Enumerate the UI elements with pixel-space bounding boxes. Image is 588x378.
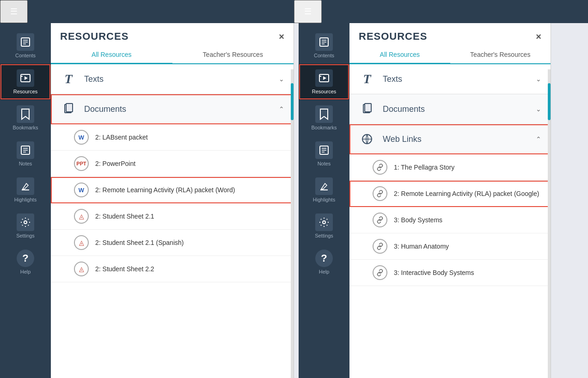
tab-all-resources-left[interactable]: All Resources <box>51 46 172 64</box>
panel-separator <box>294 23 299 378</box>
sidebar-item-bookmarks-left[interactable]: Bookmarks <box>0 100 51 136</box>
scrollbar-track-right <box>548 69 551 378</box>
sidebar-item-highlights-left[interactable]: Highlights <box>0 172 51 208</box>
documents-section-right[interactable]: Documents ⌄ <box>349 94 551 124</box>
pdf-icon-student21-spanish: ◬ <box>74 235 89 250</box>
weblinks-icon-right <box>359 131 375 147</box>
scrollbar-thumb-right <box>548 83 551 120</box>
left-panel-close[interactable]: × <box>279 31 284 42</box>
sidebar-item-notes-left[interactable]: Notes <box>0 136 51 172</box>
sidebar-item-resources-right[interactable]: Resources <box>299 64 349 100</box>
link-icon-body-systems <box>373 213 387 227</box>
top-bar-right: ☰ <box>294 0 588 23</box>
list-item-body-systems[interactable]: 3: Body Systems <box>349 207 551 233</box>
settings-label-right: Settings <box>315 233 333 238</box>
contents-label-left: Contents <box>15 53 36 58</box>
notes-icon-right <box>315 141 333 159</box>
help-icon-right: ? <box>315 250 333 267</box>
pdf-icon-student21: ◬ <box>74 209 89 224</box>
body-systems-text: 3: Body Systems <box>394 216 442 224</box>
left-tabs-row: All Resources Teacher's Resources <box>51 46 294 64</box>
svg-rect-29 <box>365 104 371 112</box>
bookmarks-icon-left <box>17 105 34 123</box>
left-panel-group: Contents Resources Bookmarks <box>0 23 294 378</box>
settings-icon-left <box>17 213 34 231</box>
right-panel-close[interactable]: × <box>536 31 541 42</box>
pellagra-text: 1: The Pellagra Story <box>394 164 454 171</box>
left-panel-body: T Texts ⌄ Documents ⌃ W 2: LABsent packe… <box>51 64 294 378</box>
right-panel-header: RESOURCES × <box>349 23 551 46</box>
hamburger-right[interactable]: ☰ <box>294 0 322 23</box>
contents-icon-left <box>17 33 34 51</box>
documents-section-left[interactable]: Documents ⌃ <box>51 94 294 124</box>
ppt-icon-powerpoint: PPT <box>74 156 89 171</box>
link-icon-pellagra <box>373 160 387 175</box>
help-icon-left: ? <box>17 250 34 267</box>
sidebar-item-settings-left[interactable]: Settings <box>0 208 51 244</box>
link-icon-human-anatomy <box>373 239 387 254</box>
resources-label-left: Resources <box>13 89 38 94</box>
highlights-label-right: Highlights <box>313 197 335 202</box>
right-panel-group: Contents Resources Bookmarks Notes <box>299 23 551 378</box>
interactive-body-text: 3: Interactive Body Systems <box>394 269 474 276</box>
list-item-student22[interactable]: ◬ 2: Student Sheet 2.2 <box>51 256 294 282</box>
resources-label-right: Resources <box>312 89 337 94</box>
list-item-human-anatomy[interactable]: 3: Human Anatomy <box>349 233 551 260</box>
texts-chevron-left: ⌄ <box>279 75 284 83</box>
sidebar-item-highlights-right[interactable]: Highlights <box>299 172 349 208</box>
highlights-label-left: Highlights <box>14 197 37 202</box>
notes-label-left: Notes <box>19 161 32 166</box>
tab-all-resources-right[interactable]: All Resources <box>349 46 450 64</box>
sidebar-item-contents-right[interactable]: Contents <box>299 28 349 64</box>
list-item-rla-google[interactable]: 2: Remote Learning Activity (RLA) packet… <box>349 181 551 207</box>
svg-point-27 <box>323 221 325 224</box>
weblinks-section-right[interactable]: Web Links ⌃ <box>349 124 551 154</box>
bookmarks-label-left: Bookmarks <box>12 125 38 130</box>
list-item-interactive-body[interactable]: 3: Interactive Body Systems <box>349 260 551 286</box>
list-item-pellagra[interactable]: 1: The Pellagra Story <box>349 154 551 181</box>
list-item-powerpoint[interactable]: PPT 2: PowerPoint <box>51 151 294 177</box>
right-sidebar: Contents Resources Bookmarks Notes <box>299 23 349 378</box>
left-panel: RESOURCES × All Resources Teacher's Reso… <box>51 23 294 378</box>
sidebar-item-resources-left[interactable]: Resources <box>0 64 51 100</box>
hamburger-left[interactable]: ☰ <box>0 0 28 23</box>
student21-spanish-text: 2: Student Sheet 2.1 (Spanish) <box>95 239 184 246</box>
texts-label-right: Texts <box>383 74 536 84</box>
settings-icon-right <box>315 213 333 231</box>
documents-label-left: Documents <box>84 104 279 114</box>
sidebar-item-settings-right[interactable]: Settings <box>299 208 349 244</box>
student22-text: 2: Student Sheet 2.2 <box>95 265 154 273</box>
scrollbar-track-left <box>291 69 294 378</box>
resources-icon-right <box>315 69 333 87</box>
highlights-icon-left <box>17 177 34 195</box>
list-item-rla-word[interactable]: W 2: Remote Learning Activity (RLA) pack… <box>51 177 294 203</box>
tab-teacher-resources-right[interactable]: Teacher's Resources <box>450 46 551 64</box>
rla-word-text: 2: Remote Learning Activity (RLA) packet… <box>95 186 235 194</box>
list-item-student21[interactable]: ◬ 2: Student Sheet 2.1 <box>51 203 294 230</box>
powerpoint-text: 2: PowerPoint <box>95 160 135 167</box>
list-item-student21-spanish[interactable]: ◬ 2: Student Sheet 2.1 (Spanish) <box>51 230 294 256</box>
sidebar-item-help-right[interactable]: ? Help <box>299 244 349 280</box>
student21-text: 2: Student Sheet 2.1 <box>95 213 154 220</box>
sidebar-item-help-left[interactable]: ? Help <box>0 244 51 280</box>
right-panel-title: RESOURCES <box>359 30 427 43</box>
svg-rect-14 <box>66 104 73 112</box>
sidebar-item-notes-right[interactable]: Notes <box>299 136 349 172</box>
right-tabs-row: All Resources Teacher's Resources <box>349 46 551 64</box>
list-item-labsent[interactable]: W 2: LABsent packet <box>51 124 294 151</box>
bookmarks-label-right: Bookmarks <box>311 125 337 130</box>
sidebar-item-contents-left[interactable]: Contents <box>0 28 51 64</box>
svg-marker-20 <box>323 76 326 80</box>
texts-section-left[interactable]: T Texts ⌄ <box>51 64 294 94</box>
tab-teacher-resources-left[interactable]: Teacher's Resources <box>172 46 294 64</box>
weblinks-label-right: Web Links <box>383 134 536 144</box>
documents-label-right: Documents <box>383 104 536 114</box>
texts-icon-right: T <box>359 71 375 87</box>
documents-chevron-right: ⌄ <box>536 105 541 113</box>
texts-section-right[interactable]: T Texts ⌄ <box>349 64 551 94</box>
rla-google-text: 2: Remote Learning Activity (RLA) packet… <box>394 190 539 197</box>
sidebar-item-bookmarks-right[interactable]: Bookmarks <box>299 100 349 136</box>
contents-label-right: Contents <box>314 53 334 58</box>
left-panel-header: RESOURCES × <box>51 23 294 46</box>
background-filler <box>551 23 588 378</box>
